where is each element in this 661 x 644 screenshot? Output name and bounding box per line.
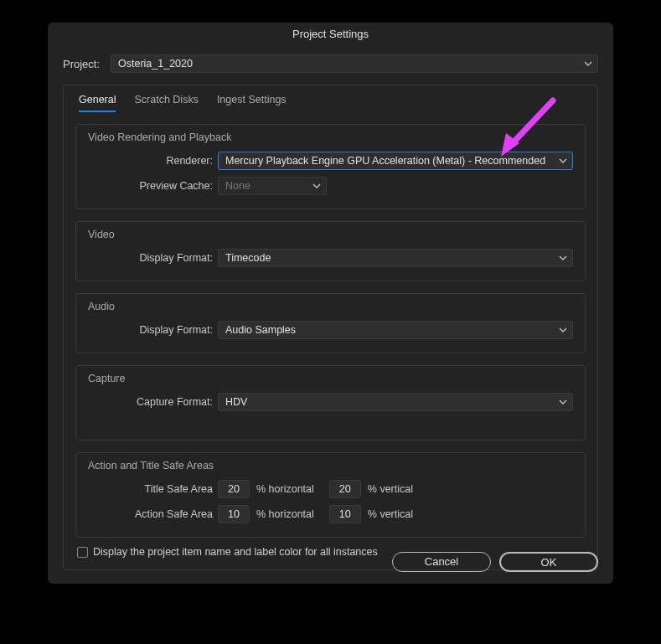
renderer-select-value: Mercury Playback Engine GPU Acceleration… (225, 155, 545, 167)
horizontal-unit: % horizontal (256, 508, 314, 520)
audio-display-format-select[interactable]: Audio Samples (218, 321, 573, 339)
group-video: Video Display Format: Timecode (75, 221, 586, 281)
horizontal-unit: % horizontal (256, 483, 314, 495)
audio-display-format-label: Display Format: (88, 324, 218, 336)
title-safe-label: Title Safe Area (88, 483, 218, 495)
preview-cache-select: None (218, 177, 327, 195)
project-settings-window: Project Settings Project: Osteria_1_2020… (48, 23, 613, 584)
group-capture: Capture Capture Format: HDV (75, 365, 586, 440)
group-rendering: Video Rendering and Playback Renderer: M… (75, 124, 586, 209)
vertical-unit: % vertical (368, 483, 413, 495)
window-title: Project Settings (48, 23, 613, 46)
title-safe-horizontal-input[interactable] (218, 480, 250, 498)
group-video-title: Video (88, 229, 573, 240)
chevron-down-icon (584, 59, 592, 68)
video-display-format-value: Timecode (225, 252, 271, 264)
chevron-down-icon (559, 326, 567, 334)
capture-format-label: Capture Format: (88, 396, 218, 408)
group-rendering-title: Video Rendering and Playback (88, 131, 573, 143)
preview-cache-label: Preview Cache: (88, 180, 218, 192)
capture-format-value: HDV (225, 396, 247, 408)
chevron-down-icon (559, 254, 567, 262)
tabs: General Scratch Disks Ingest Settings (75, 85, 586, 112)
title-safe-vertical-input[interactable] (329, 480, 361, 498)
capture-format-select[interactable]: HDV (218, 393, 573, 411)
group-safe-areas-title: Action and Title Safe Areas (88, 460, 573, 471)
cancel-button[interactable]: Cancel (392, 552, 491, 572)
display-item-name-label: Display the project item name and label … (93, 546, 378, 558)
chevron-down-icon (559, 398, 567, 406)
renderer-select[interactable]: Mercury Playback Engine GPU Acceleration… (218, 152, 573, 170)
project-select-value: Osteria_1_2020 (118, 58, 193, 70)
group-safe-areas: Action and Title Safe Areas Title Safe A… (75, 452, 586, 538)
action-safe-vertical-input[interactable] (329, 505, 361, 523)
chevron-down-icon (312, 182, 321, 190)
action-safe-label: Action Safe Area (88, 508, 218, 520)
window-content: Project: Osteria_1_2020 General Scratch … (48, 46, 613, 594)
tab-scratch-disks[interactable]: Scratch Disks (134, 94, 198, 112)
project-row: Project: Osteria_1_2020 (63, 54, 598, 73)
chevron-down-icon (559, 157, 567, 165)
group-capture-title: Capture (88, 373, 573, 384)
video-display-format-select[interactable]: Timecode (218, 249, 573, 267)
group-audio: Audio Display Format: Audio Samples (75, 293, 586, 353)
tab-general[interactable]: General (79, 94, 116, 112)
project-select[interactable]: Osteria_1_2020 (111, 54, 598, 73)
dialog-buttons: Cancel OK (392, 552, 598, 572)
group-audio-title: Audio (88, 301, 573, 312)
vertical-unit: % vertical (368, 508, 413, 520)
audio-display-format-value: Audio Samples (225, 324, 296, 336)
tab-ingest-settings[interactable]: Ingest Settings (217, 94, 287, 112)
ok-button[interactable]: OK (499, 552, 598, 572)
project-label: Project: (63, 58, 104, 70)
display-item-name-checkbox[interactable] (77, 547, 88, 558)
preview-cache-value: None (225, 180, 250, 192)
main-panel: General Scratch Disks Ingest Settings Vi… (63, 85, 598, 570)
video-display-format-label: Display Format: (88, 252, 218, 264)
renderer-label: Renderer: (88, 155, 218, 167)
action-safe-horizontal-input[interactable] (218, 505, 250, 523)
